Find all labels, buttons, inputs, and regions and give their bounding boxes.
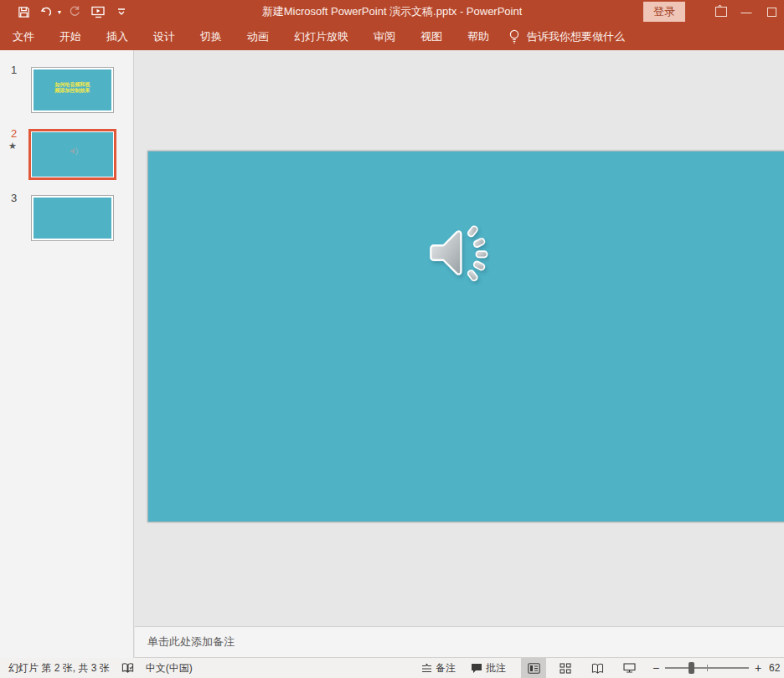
slide-1-title-text: 如何给音频和视 频添加控制效果 <box>32 82 113 94</box>
zoom-slider[interactable] <box>665 667 749 669</box>
comments-icon <box>471 663 482 674</box>
notes-pane[interactable]: 单击此处添加备注 <box>135 626 784 658</box>
tab-file[interactable]: 文件 <box>0 23 47 50</box>
slide-2-number: 2 <box>11 127 17 140</box>
minimize-icon[interactable]: — <box>734 0 759 23</box>
powerpoint-window: ▾ 新建Microsoft PowerPoint 演示文稿.pptx - Pow… <box>0 0 784 678</box>
tab-slideshow[interactable]: 幻灯片放映 <box>281 23 361 50</box>
slideshow-view-button[interactable] <box>616 658 642 678</box>
tab-help[interactable]: 帮助 <box>455 23 502 50</box>
ribbon-tab-bar: 文件 开始 插入 设计 切换 动画 幻灯片放映 审阅 视图 帮助 告诉我你想要做… <box>0 23 784 50</box>
reading-view-button[interactable] <box>585 658 610 678</box>
tab-home[interactable]: 开始 <box>47 23 94 50</box>
slide-3-number: 3 <box>11 192 17 204</box>
slide-position-indicator[interactable]: 幻灯片 第 2 张, 共 3 张 <box>8 661 110 675</box>
start-from-beginning-icon[interactable] <box>88 3 108 21</box>
slide-2-animation-star-icon: ★ <box>8 141 17 152</box>
mini-audio-icon <box>70 146 79 156</box>
slide-sorter-icon <box>560 663 571 674</box>
tell-me-box[interactable]: 告诉我你想要做什么 <box>508 29 625 44</box>
slide-thumbnail-panel: 1 如何给音频和视 频添加控制效果 2 ★ 3 <box>0 50 134 658</box>
zoom-percentage[interactable]: 62 <box>766 662 784 674</box>
status-bar: 幻灯片 第 2 张, 共 3 张 中文(中国) 备注 批注 <box>0 658 784 678</box>
sign-in-button[interactable]: 登录 <box>643 2 685 22</box>
lightbulb-icon <box>508 29 520 44</box>
maximize-icon[interactable] <box>759 0 784 23</box>
slide-1-thumbnail[interactable]: 如何给音频和视 频添加控制效果 <box>31 67 114 113</box>
tab-transitions[interactable]: 切换 <box>188 23 235 50</box>
tab-review[interactable]: 审阅 <box>361 23 408 50</box>
slide-3-thumbnail[interactable] <box>31 195 114 241</box>
reading-view-icon <box>591 663 604 674</box>
zoom-slider-handle[interactable] <box>689 662 694 674</box>
customize-qat-icon[interactable] <box>111 3 132 21</box>
undo-icon[interactable] <box>37 3 57 21</box>
normal-view-button[interactable] <box>521 658 546 678</box>
tab-design[interactable]: 设计 <box>141 23 188 50</box>
notes-icon <box>421 663 432 673</box>
slideshow-icon <box>623 663 636 674</box>
slide-2-thumbnail[interactable] <box>28 129 116 180</box>
slide-sorter-view-button[interactable] <box>553 658 578 678</box>
language-indicator[interactable]: 中文(中国) <box>146 661 193 675</box>
undo-dropdown-icon[interactable]: ▾ <box>58 8 61 16</box>
zoom-in-button[interactable]: + <box>750 661 766 675</box>
redo-icon <box>64 3 85 21</box>
comments-toggle[interactable]: 批注 <box>471 661 506 675</box>
spell-check-icon[interactable] <box>121 662 134 674</box>
save-icon[interactable] <box>13 3 34 21</box>
tab-animations[interactable]: 动画 <box>235 23 281 50</box>
ribbon-display-options-icon[interactable] <box>709 0 734 23</box>
quick-access-toolbar: ▾ <box>0 3 132 21</box>
notes-placeholder: 单击此处添加备注 <box>147 634 235 650</box>
slide-editing-area[interactable] <box>135 50 784 626</box>
notes-toggle[interactable]: 备注 <box>421 661 456 675</box>
title-bar: ▾ 新建Microsoft PowerPoint 演示文稿.pptx - Pow… <box>0 0 784 23</box>
tab-insert[interactable]: 插入 <box>94 23 141 50</box>
zoom-out-button[interactable]: − <box>648 661 663 675</box>
tell-me-label: 告诉我你想要做什么 <box>527 29 625 44</box>
zoom-slider-tick <box>707 665 708 671</box>
slide-1-number: 1 <box>11 64 17 76</box>
normal-view-icon <box>528 663 540 674</box>
tab-view[interactable]: 视图 <box>408 23 455 50</box>
audio-speaker-icon[interactable] <box>425 220 490 285</box>
current-slide-canvas[interactable] <box>147 151 784 522</box>
